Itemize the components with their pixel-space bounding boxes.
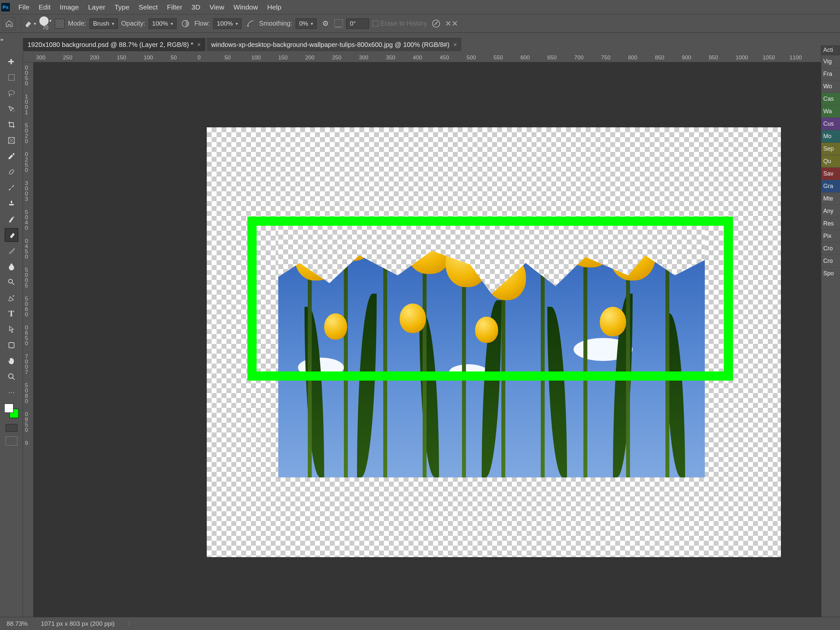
canvas-area[interactable] [33,62,821,617]
menu-layer[interactable]: Layer [83,3,110,11]
opacity-select[interactable]: 100%▾ [148,18,177,29]
action-item[interactable]: Fra [821,68,840,80]
brush-tool[interactable] [5,181,18,194]
svg-point-11 [13,295,14,297]
action-item[interactable]: Cus [821,117,840,130]
menu-window[interactable]: Window [229,3,263,11]
angle-icon[interactable] [334,19,343,28]
path-select-tool[interactable] [5,323,18,336]
healing-tool[interactable] [5,165,18,178]
doc-tab-active[interactable]: 1920x1080 background.psd @ 88.7% (Layer … [23,38,205,51]
lasso-tool[interactable] [5,87,18,100]
zoom-tool[interactable] [5,370,18,383]
action-item[interactable]: Spo [821,267,840,279]
menu-filter[interactable]: Filter [163,3,187,11]
quick-mask-toggle[interactable] [6,424,17,432]
menu-edit[interactable]: Edit [34,3,55,11]
flow-label: Flow: [194,20,210,27]
marquee-tool[interactable] [5,71,18,84]
status-arrow-icon[interactable]: 〉 [128,619,134,628]
action-item[interactable]: Wa [821,105,840,117]
toolbox: T ⋯ [0,52,23,617]
home-button[interactable] [3,17,16,30]
smoothing-select[interactable]: 0%▾ [296,18,317,29]
quick-select-tool[interactable] [5,103,18,115]
ruler-vertical[interactable]: 0050100150200250300350400450500550600650… [23,62,33,617]
doc-tab[interactable]: windows-xp-desktop-background-wallpaper-… [207,38,462,51]
svg-rect-12 [9,343,14,348]
status-zoom[interactable]: 88.73% [6,620,28,627]
ruler-horizontal[interactable]: 3002502001501005005010015020025030035040… [23,52,821,62]
tablet-pressure-icon[interactable] [431,18,442,29]
menu-view[interactable]: View [205,3,229,11]
action-item[interactable]: Mo [821,130,840,142]
move-tool[interactable] [5,55,18,68]
action-item[interactable]: Res [821,217,840,230]
blur-tool[interactable] [5,260,18,273]
svg-point-8 [10,171,11,171]
more-tools[interactable]: ⋯ [5,386,18,399]
clone-stamp-tool[interactable] [5,197,18,210]
brush-panel-toggle[interactable] [55,19,65,28]
gradient-tool[interactable] [5,244,18,257]
menu-type[interactable]: Type [110,3,134,11]
svg-point-9 [12,172,13,173]
menu-bar: Ps File Edit Image Layer Type Select Fil… [0,0,840,14]
action-item[interactable]: Wo [821,80,840,93]
erase-to-history-checkbox[interactable]: Erase to History [373,20,427,27]
status-bar: 88.73% 1071 px x 803 px (200 ppi) 〉 [0,617,840,630]
crop-tool[interactable] [5,118,18,131]
action-item[interactable]: Vig [821,55,840,68]
opacity-label: Opacity: [121,20,145,27]
screen-mode-toggle[interactable] [6,436,17,445]
close-tab-icon[interactable]: × [197,41,201,48]
action-item[interactable]: Cas [821,93,840,105]
eraser-tool[interactable] [5,228,18,242]
eyedropper-tool[interactable] [5,150,18,163]
close-tab-icon[interactable]: × [453,41,457,48]
hand-tool[interactable] [5,354,18,368]
angle-input[interactable]: 0° [346,18,369,29]
symmetry-icon[interactable]: ✕✕ [445,19,458,28]
menu-3d[interactable]: 3D [187,3,205,11]
action-item[interactable]: Gra [821,180,840,192]
action-item[interactable]: Mte [821,192,840,205]
menu-file[interactable]: File [14,3,34,11]
app-icon: Ps [1,3,10,11]
svg-rect-3 [8,74,14,81]
action-item[interactable]: Cro [821,255,840,267]
eraser-tool-icon[interactable]: ▾ [23,19,36,28]
flow-select[interactable]: 100%▾ [213,18,242,29]
options-bar: ▾ ▾ 70 Mode: Brush▾ Opacity: 100%▾ Flow:… [0,14,840,33]
action-item[interactable]: Qu [821,155,840,167]
svg-point-10 [8,279,13,283]
action-item[interactable]: Any [821,205,840,217]
status-dims[interactable]: 1071 px x 803 px (200 ppi) [41,620,115,627]
frame-tool[interactable] [5,134,18,147]
action-item[interactable]: Sav [821,167,840,180]
actions-header[interactable]: Acti [821,45,840,55]
action-item[interactable]: Sep [821,142,840,155]
divider [21,17,21,30]
brush-preset-picker[interactable]: ▾ 70 [39,16,52,31]
brush-size-label: 70 [43,25,49,31]
color-swatches[interactable] [4,404,19,418]
opacity-pressure-icon[interactable] [180,18,191,29]
menu-help[interactable]: Help [262,3,286,11]
svg-point-13 [8,374,13,378]
action-item[interactable]: Pix [821,230,840,242]
history-brush-tool[interactable] [5,213,18,226]
menu-select[interactable]: Select [134,3,162,11]
airbrush-icon[interactable] [245,18,256,29]
svg-point-4 [8,90,14,95]
highlight-annotation [248,216,733,381]
action-item[interactable]: Cro [821,242,840,255]
dodge-tool[interactable] [5,276,18,289]
type-tool[interactable]: T [5,307,18,320]
smoothing-gear-icon[interactable]: ⚙ [320,18,331,29]
shape-tool[interactable] [5,339,18,352]
menu-image[interactable]: Image [55,3,83,11]
expand-panels-icon[interactable]: ▸▸ [1,37,3,42]
mode-select[interactable]: Brush▾ [90,18,118,29]
pen-tool[interactable] [5,291,18,305]
